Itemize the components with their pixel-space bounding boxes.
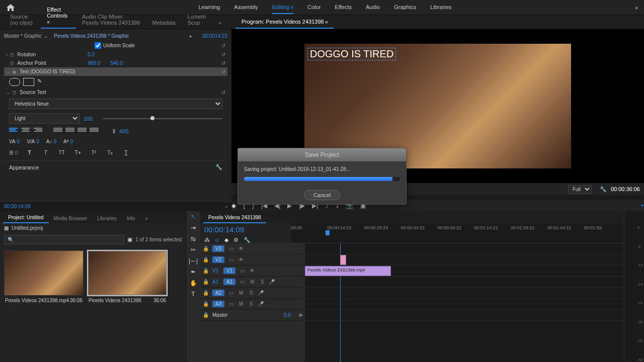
lock-icon[interactable]: 🔒 bbox=[202, 279, 209, 285]
expand-icon[interactable]: ⊳ bbox=[299, 312, 303, 318]
lock-icon[interactable]: 🔒 bbox=[202, 290, 209, 296]
track-label[interactable]: A2 bbox=[212, 290, 224, 296]
track-select-icon[interactable]: ⇥ bbox=[191, 224, 196, 231]
settings-icon[interactable]: ⚙ bbox=[233, 237, 238, 243]
ws-libraries[interactable]: Libraries bbox=[430, 1, 451, 14]
sync-icon[interactable]: ▭ bbox=[238, 279, 246, 285]
lock-icon[interactable]: 🔒 bbox=[202, 312, 209, 318]
ws-assembly[interactable]: Assembly bbox=[234, 1, 258, 14]
panel-overflow-icon[interactable]: » bbox=[140, 214, 153, 223]
tab-lumetri[interactable]: Lumetri Scop bbox=[182, 11, 212, 29]
eye-icon[interactable]: 👁 bbox=[237, 246, 245, 251]
expand-icon[interactable]: ⌄ bbox=[6, 89, 10, 95]
voice-icon[interactable]: 🎤 bbox=[269, 279, 275, 285]
baseline-value[interactable]: 0 bbox=[54, 139, 57, 144]
cancel-button[interactable]: Cancel bbox=[304, 190, 340, 200]
tab-program[interactable]: Program: Pexels Videos 2431398 bbox=[235, 16, 334, 29]
track-label[interactable]: V3 bbox=[212, 245, 224, 252]
rect-mask-icon[interactable] bbox=[23, 78, 34, 86]
hand-tool-icon[interactable]: ✋ bbox=[190, 280, 197, 287]
tab-libraries[interactable]: Libraries bbox=[92, 214, 121, 223]
expand-icon[interactable]: ⌄ bbox=[6, 69, 10, 74]
tab-project[interactable]: Project: Untitled bbox=[3, 213, 49, 223]
target-icon[interactable]: V1 bbox=[212, 268, 218, 274]
track-area[interactable]: Pexels Videos 2431398.mp4 bbox=[305, 243, 624, 362]
solo-icon[interactable]: S bbox=[248, 290, 255, 296]
sync-icon[interactable]: ▭ bbox=[227, 301, 234, 307]
marker-icon[interactable]: ◆ bbox=[224, 237, 228, 243]
reset-icon[interactable]: ↺ bbox=[221, 52, 225, 57]
tab-source[interactable]: Source: (no clips) bbox=[4, 11, 41, 29]
track-label[interactable]: A3 bbox=[212, 301, 224, 307]
font-size-value[interactable]: 100 bbox=[84, 116, 99, 122]
slip-tool-icon[interactable]: |↔| bbox=[189, 257, 198, 264]
ellipse-mask-icon[interactable] bbox=[9, 78, 20, 86]
anchor-x-value[interactable]: 960.0 bbox=[88, 60, 100, 66]
tab-effect-controls[interactable]: Effect Controls bbox=[41, 4, 76, 29]
subscript-icon[interactable]: T₂ bbox=[106, 148, 115, 156]
italic-icon[interactable]: T bbox=[41, 148, 50, 156]
align-left-icon[interactable] bbox=[9, 128, 18, 135]
voice-icon[interactable]: 🎤 bbox=[258, 301, 264, 307]
razor-tool-icon[interactable]: ✂ bbox=[191, 246, 196, 253]
align-blk1-icon[interactable] bbox=[53, 128, 62, 135]
font-weight-select[interactable]: Light bbox=[9, 113, 79, 124]
mute-icon[interactable]: M bbox=[237, 290, 245, 296]
lock-icon[interactable]: 🔒 bbox=[202, 257, 209, 262]
expand-icon[interactable]: › bbox=[6, 52, 8, 57]
superscript-icon[interactable]: T² bbox=[90, 148, 99, 156]
underline-icon[interactable]: T bbox=[122, 148, 131, 156]
wrench-icon[interactable]: 🔧 bbox=[600, 186, 607, 193]
tsume-value[interactable]: 0 bbox=[70, 139, 73, 144]
ripple-tool-icon[interactable]: ⇆ bbox=[191, 235, 196, 242]
ws-color[interactable]: Color bbox=[307, 1, 320, 14]
add-marker-icon[interactable]: ◆ bbox=[231, 202, 236, 209]
reset-icon[interactable]: ↺ bbox=[221, 60, 225, 66]
eye-icon[interactable]: 👁 bbox=[237, 257, 245, 262]
mute-icon[interactable]: M bbox=[249, 279, 256, 285]
workspace-overflow-icon[interactable]: » bbox=[635, 5, 638, 11]
reset-icon[interactable]: ↺ bbox=[221, 43, 225, 48]
align-blk4-icon[interactable] bbox=[90, 128, 99, 135]
track-value[interactable]: 0 bbox=[36, 139, 39, 144]
anchor-y-value[interactable]: 540.0 bbox=[110, 60, 123, 66]
pen-tool-icon[interactable]: ✒ bbox=[191, 268, 196, 276]
stopwatch-icon[interactable]: ◷ bbox=[12, 89, 17, 95]
chevron-down-icon[interactable]: ⌄ bbox=[44, 33, 48, 39]
lock-icon[interactable]: 🔒 bbox=[202, 301, 209, 307]
sync-icon[interactable]: ▭ bbox=[227, 290, 234, 296]
solo-icon[interactable]: S bbox=[259, 279, 266, 285]
font-size-slider[interactable] bbox=[103, 118, 222, 119]
lock-icon[interactable]: 🔒 bbox=[202, 268, 209, 274]
button-editor-icon[interactable]: + bbox=[640, 202, 644, 209]
stopwatch-icon[interactable]: ◷ bbox=[10, 60, 14, 66]
panel-overflow-icon[interactable]: » bbox=[212, 17, 227, 29]
tab-metadata[interactable]: Metadata bbox=[146, 17, 182, 29]
text-effect-label[interactable]: Text (DOGGO IS TIRED) bbox=[20, 69, 75, 74]
mute-icon[interactable]: M bbox=[237, 301, 245, 307]
bold-icon[interactable]: T bbox=[25, 148, 34, 156]
sync-icon[interactable]: ▭ bbox=[227, 257, 234, 262]
search-input[interactable] bbox=[4, 235, 124, 244]
target-icon[interactable]: A1 bbox=[212, 279, 218, 285]
timeline-ruler[interactable]: 00:00 00:00:14:23 00:00:29:23 00:00:44:2… bbox=[291, 223, 624, 243]
ws-audio[interactable]: Audio bbox=[366, 1, 380, 14]
marker-nav-icon[interactable]: ◦ bbox=[225, 204, 227, 210]
ws-editing[interactable]: Editing bbox=[272, 1, 293, 14]
scalew-value[interactable]: 0 bbox=[15, 150, 18, 155]
new-bin-icon[interactable]: ▣ bbox=[127, 236, 132, 243]
leading-value[interactable]: 400 bbox=[119, 128, 134, 134]
track-label[interactable]: V2 bbox=[212, 256, 224, 263]
stopwatch-icon[interactable]: ◷ bbox=[10, 52, 14, 57]
tab-media-browser[interactable]: Media Browser bbox=[49, 214, 93, 223]
uniform-scale-checkbox[interactable] bbox=[95, 42, 101, 49]
wrench-icon[interactable]: 🔧 bbox=[244, 237, 251, 243]
play-icon[interactable]: ▸ bbox=[190, 33, 192, 39]
selection-tool-icon[interactable]: ↖ bbox=[191, 213, 196, 220]
align-center-icon[interactable] bbox=[21, 128, 30, 135]
timeline-time[interactable]: 00:00:14:09 bbox=[204, 225, 287, 234]
pen-mask-icon[interactable]: ✎ bbox=[37, 78, 42, 86]
text-layer-overlay[interactable]: DOGGO IS TIRED bbox=[307, 48, 396, 60]
sync-icon[interactable]: ▭ bbox=[238, 268, 246, 274]
type-tool-icon[interactable]: T bbox=[191, 291, 195, 298]
